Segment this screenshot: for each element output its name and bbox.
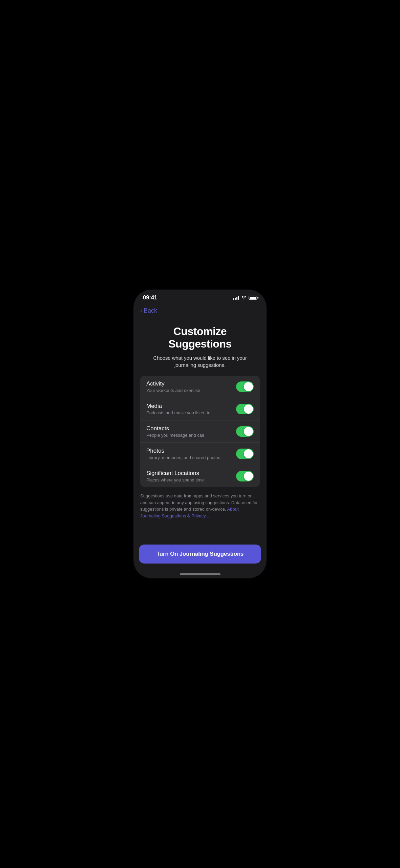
home-bar xyxy=(180,573,220,575)
media-toggle[interactable] xyxy=(236,404,254,414)
status-icons xyxy=(233,295,257,300)
activity-subtitle: Your workouts and exercise xyxy=(146,388,236,393)
back-button[interactable]: ‹ Back xyxy=(140,306,157,316)
contacts-title: Contacts xyxy=(146,425,236,432)
locations-toggle[interactable] xyxy=(236,471,254,481)
photos-title: Photos xyxy=(146,448,236,454)
turn-on-button[interactable]: Turn On Journaling Suggestions xyxy=(139,545,261,564)
activity-toggle[interactable] xyxy=(236,381,254,392)
back-label: Back xyxy=(144,307,157,314)
wifi-icon xyxy=(241,295,247,300)
toggle-knob xyxy=(244,382,253,391)
locations-subtitle: Places where you spend time xyxy=(146,477,236,482)
locations-title: Significant Locations xyxy=(146,470,236,477)
settings-row-media: Media Podcasts and music you listen to xyxy=(140,398,260,420)
toggle-knob xyxy=(244,427,253,436)
settings-row-activity: Activity Your workouts and exercise xyxy=(140,376,260,398)
title-section: Customize Suggestions Choose what you wo… xyxy=(140,317,260,376)
footer-note: Suggestions use data from apps and servi… xyxy=(140,493,260,519)
media-title: Media xyxy=(146,403,236,410)
bottom-section: Turn On Journaling Suggestions xyxy=(133,539,267,572)
settings-row-photos: Photos Library, memories, and shared pho… xyxy=(140,443,260,465)
toggle-knob xyxy=(244,449,253,458)
signal-bars-icon xyxy=(233,296,239,300)
toggle-knob xyxy=(244,472,253,481)
settings-card: Activity Your workouts and exercise Medi… xyxy=(140,376,260,487)
photos-subtitle: Library, memories, and shared photos xyxy=(146,455,236,460)
page-title: Customize Suggestions xyxy=(144,325,256,350)
settings-row-locations: Significant Locations Places where you s… xyxy=(140,465,260,487)
nav-bar: ‹ Back xyxy=(133,303,267,317)
home-indicator xyxy=(133,572,267,578)
page-subtitle: Choose what you would like to see in you… xyxy=(144,354,256,369)
media-subtitle: Podcasts and music you listen to xyxy=(146,410,236,415)
activity-title: Activity xyxy=(146,380,236,387)
status-bar: 09:41 xyxy=(133,290,267,303)
toggle-knob xyxy=(244,405,253,414)
contacts-toggle[interactable] xyxy=(236,426,254,437)
battery-icon xyxy=(249,296,257,300)
main-content: Customize Suggestions Choose what you wo… xyxy=(133,317,267,539)
photos-toggle[interactable] xyxy=(236,449,254,459)
status-time: 09:41 xyxy=(143,294,157,301)
phone-frame: 09:41 ‹ Back xyxy=(133,290,267,578)
settings-row-contacts: Contacts People you message and call xyxy=(140,420,260,443)
contacts-subtitle: People you message and call xyxy=(146,433,236,438)
chevron-left-icon: ‹ xyxy=(140,307,142,314)
